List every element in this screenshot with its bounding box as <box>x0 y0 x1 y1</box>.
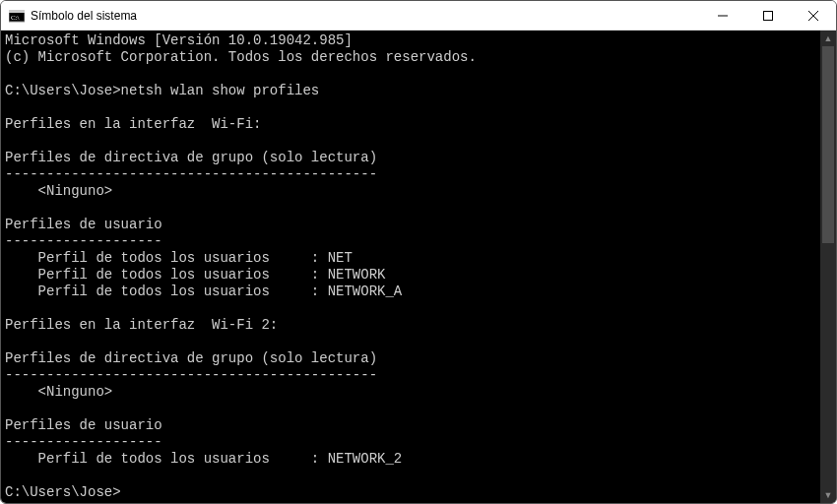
console-output[interactable]: Microsoft Windows [Versión 10.0.19042.98… <box>1 31 820 503</box>
svg-rect-4 <box>764 11 773 20</box>
svg-rect-1 <box>9 10 25 13</box>
maximize-button[interactable] <box>745 1 791 31</box>
cmd-window: C:\ Símbolo del sistema Microsoft Window… <box>0 0 837 504</box>
window-title: Símbolo del sistema <box>31 9 137 23</box>
minimize-button[interactable] <box>700 1 745 31</box>
close-button[interactable] <box>791 1 836 31</box>
cmd-icon: C:\ <box>9 8 25 24</box>
scroll-down-icon[interactable]: ▼ <box>820 487 836 503</box>
titlebar[interactable]: C:\ Símbolo del sistema <box>1 1 836 31</box>
scrollbar[interactable]: ▲ ▼ <box>820 31 836 503</box>
console-area: Microsoft Windows [Versión 10.0.19042.98… <box>1 31 836 503</box>
scroll-up-icon[interactable]: ▲ <box>820 31 836 46</box>
scroll-thumb[interactable] <box>822 46 834 243</box>
svg-text:C:\: C:\ <box>11 14 20 22</box>
